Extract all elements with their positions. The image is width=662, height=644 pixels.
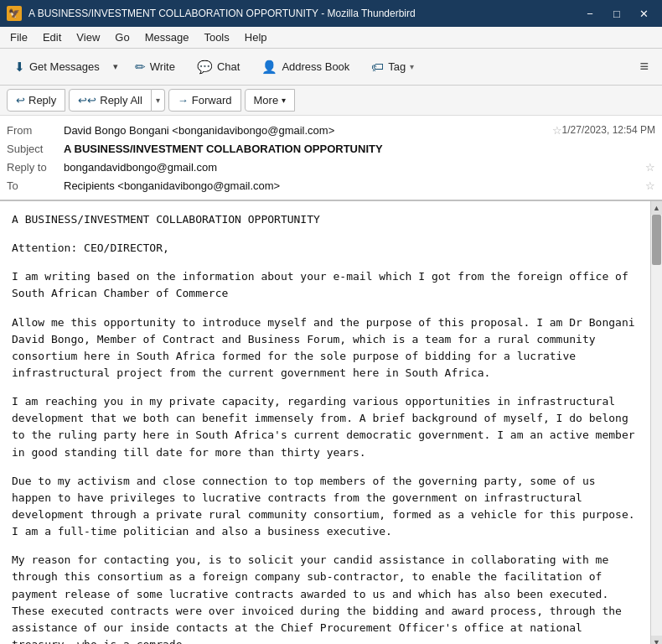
reply-to-row: Reply to bongandavidbongo@gmail.com ☆	[7, 158, 655, 176]
email-body: A BUSINESS/INVESTMENT COLLABORATION OPPO…	[0, 201, 650, 644]
tag-button[interactable]: 🏷 Tag ▾	[362, 55, 423, 79]
menu-tools[interactable]: Tools	[197, 29, 235, 46]
reply-all-group: ↩↩ Reply All ▾	[69, 89, 165, 112]
write-button[interactable]: ✏ Write	[126, 55, 184, 80]
message-date: 1/27/2023, 12:54 PM	[562, 124, 655, 136]
window-controls: − □ ✕	[578, 5, 655, 22]
maximize-button[interactable]: □	[605, 5, 628, 22]
forward-icon: →	[178, 94, 189, 106]
write-label: Write	[150, 60, 175, 73]
body-paragraph-6: My reason for contacting you, is to soli…	[12, 552, 639, 644]
reply-button[interactable]: ↩ Reply	[7, 89, 65, 112]
address-book-label: Address Book	[282, 60, 349, 73]
scrollbar-thumb-area	[651, 215, 662, 636]
menu-view[interactable]: View	[70, 29, 106, 46]
body-paragraph-0: A BUSINESS/INVESTMENT COLLABORATION OPPO…	[12, 211, 639, 228]
menu-bar: File Edit View Go Message Tools Help	[0, 27, 662, 49]
write-icon: ✏	[135, 60, 146, 75]
tag-dropdown-arrow: ▾	[410, 62, 414, 71]
reply-all-label: Reply All	[100, 94, 142, 106]
email-scroll-area[interactable]: A BUSINESS/INVESTMENT COLLABORATION OPPO…	[0, 201, 650, 644]
address-book-icon: 👤	[261, 60, 277, 75]
scrollbar-track: ▲ ▼	[650, 201, 662, 644]
title-bar: 🦅 A BUSINESS/INVESTMENT COLLABORATION OP…	[0, 0, 662, 27]
subject-value: A BUSINESS/INVESTMENT COLLABORATION OPPO…	[64, 143, 655, 155]
subject-row: Subject A BUSINESS/INVESTMENT COLLABORAT…	[7, 139, 655, 158]
get-messages-icon: ⬇	[14, 60, 25, 75]
scroll-up-arrow[interactable]: ▲	[651, 201, 663, 215]
get-messages-button[interactable]: ⬇ Get Messages	[5, 55, 109, 80]
tag-label: Tag	[388, 60, 406, 73]
chat-button[interactable]: 💬 Chat	[188, 55, 249, 80]
body-paragraph-1: Attention: CEO/DIRECTOR,	[12, 240, 639, 257]
from-value: David Bongo Bongani <bonganidavibongo@gm…	[64, 124, 549, 137]
header-fields: From David Bongo Bongani <bonganidavibon…	[0, 116, 662, 200]
to-star-icon[interactable]: ☆	[645, 179, 655, 192]
menu-message[interactable]: Message	[138, 29, 196, 46]
more-button[interactable]: More ▾	[245, 89, 296, 112]
body-paragraph-2: I am writing based on the information ab…	[12, 268, 639, 302]
close-button[interactable]: ✕	[632, 5, 655, 22]
from-label: From	[7, 124, 64, 137]
window-title: A BUSINESS/INVESTMENT COLLABORATION OPPO…	[28, 8, 571, 19]
app-icon: 🦅	[7, 6, 22, 21]
action-bar: ↩ Reply ↩↩ Reply All ▾ → Forward More ▾	[0, 86, 662, 116]
forward-group: → Forward	[168, 89, 241, 112]
get-messages-label: Get Messages	[29, 60, 100, 73]
from-row: From David Bongo Bongani <bonganidavibon…	[7, 121, 655, 139]
reply-to-star-icon[interactable]: ☆	[645, 161, 655, 174]
minimize-button[interactable]: −	[578, 5, 602, 22]
forward-button[interactable]: → Forward	[168, 89, 241, 112]
hamburger-menu[interactable]: ≡	[631, 54, 657, 80]
get-messages-group: ⬇ Get Messages ▾	[5, 55, 122, 80]
menu-go[interactable]: Go	[108, 29, 136, 46]
address-book-button[interactable]: 👤 Address Book	[252, 55, 359, 80]
body-paragraph-5: Due to my activism and close connection …	[12, 473, 639, 541]
scroll-down-arrow[interactable]: ▼	[651, 636, 663, 644]
get-messages-dropdown[interactable]: ▾	[109, 55, 122, 80]
tag-icon: 🏷	[371, 60, 384, 74]
chat-label: Chat	[217, 60, 240, 73]
more-group: More ▾	[245, 89, 296, 112]
reply-to-label: Reply to	[7, 161, 64, 174]
reply-all-button[interactable]: ↩↩ Reply All	[69, 89, 152, 112]
menu-help[interactable]: Help	[238, 29, 274, 46]
more-label: More	[254, 94, 279, 106]
body-container: A BUSINESS/INVESTMENT COLLABORATION OPPO…	[0, 201, 662, 644]
reply-icon: ↩	[16, 94, 25, 106]
toolbar: ⬇ Get Messages ▾ ✏ Write 💬 Chat 👤 Addres…	[0, 49, 662, 86]
to-value: Recipients <bonganidavibongo@gmail.com>	[64, 179, 642, 192]
scrollbar-thumb[interactable]	[652, 215, 661, 265]
from-star-icon[interactable]: ☆	[552, 124, 562, 137]
message-header: ↩ Reply ↩↩ Reply All ▾ → Forward More ▾	[0, 86, 662, 201]
menu-edit[interactable]: Edit	[36, 29, 68, 46]
reply-to-value: bongandavidbongo@gmail.com	[64, 161, 642, 174]
reply-group: ↩ Reply	[7, 89, 65, 112]
reply-all-icon: ↩↩	[78, 94, 96, 106]
menu-file[interactable]: File	[3, 29, 34, 46]
body-paragraph-4: I am reaching you in my private capacity…	[12, 393, 639, 461]
to-row: To Recipients <bonganidavibongo@gmail.co…	[7, 176, 655, 195]
forward-label: Forward	[192, 94, 232, 106]
body-paragraph-3: Allow me this opportunity to introduce m…	[12, 314, 639, 382]
reply-all-dropdown[interactable]: ▾	[152, 89, 165, 112]
reply-label: Reply	[28, 94, 56, 106]
more-arrow-icon: ▾	[282, 96, 286, 105]
chat-icon: 💬	[197, 60, 213, 75]
subject-label: Subject	[7, 143, 64, 155]
to-label: To	[7, 179, 64, 192]
